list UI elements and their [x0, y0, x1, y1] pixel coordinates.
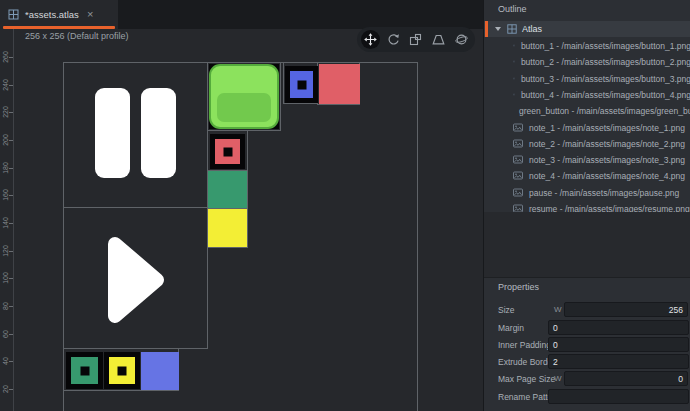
sprite-note-red[interactable]	[210, 134, 245, 169]
sprite-pause-bar-left[interactable]	[95, 88, 130, 178]
outline-item-pause[interactable]: pause - /main/assets/images/pause.png	[484, 185, 690, 200]
max-page-size-label: Max Page Size	[498, 374, 555, 384]
outline-empty-area	[484, 212, 690, 277]
move-tool-icon[interactable]	[361, 30, 380, 49]
region-pause	[63, 62, 208, 208]
panel-divider	[484, 277, 690, 278]
tab-bar: *assets.atlas ×	[0, 0, 483, 29]
outline-item-button-4[interactable]: button_4 - /main/assets/images/button_4.…	[484, 87, 690, 102]
sprite-resume-triangle[interactable]	[95, 222, 180, 337]
scale-tool-icon[interactable]	[406, 30, 425, 49]
outline-item-note-1[interactable]: note_1 - /main/assets/images/note_1.png	[484, 120, 690, 135]
image-icon	[513, 188, 523, 197]
outline-root-label: Atlas	[522, 24, 542, 34]
inner-padding-input[interactable]: 0	[548, 337, 689, 352]
tab-close-icon[interactable]: ×	[87, 9, 93, 20]
atlas-size-label: 256 x 256 (Default profile)	[25, 31, 129, 41]
outline-header: Outline	[498, 4, 527, 14]
outline-item-note-2[interactable]: note_2 - /main/assets/images/note_2.png	[484, 136, 690, 151]
properties-header: Properties	[498, 282, 539, 292]
image-icon	[513, 57, 515, 66]
outline-item-note-3[interactable]: note_3 - /main/assets/images/note_3.png	[484, 152, 690, 167]
selection-indicator	[485, 21, 488, 37]
image-icon	[513, 90, 515, 99]
tab-title: *assets.atlas	[25, 9, 79, 20]
max-page-axis-w: W	[554, 374, 562, 383]
orbit-camera-icon[interactable]	[452, 30, 471, 49]
extrude-borders-input[interactable]: 2	[548, 354, 689, 369]
note-hole	[223, 147, 232, 156]
image-icon	[513, 171, 523, 180]
green-button-face	[217, 93, 271, 122]
vertical-ruler: 260 240 220 200 180 160 140 120 100 80 6…	[0, 29, 14, 411]
inner-padding-label: Inner Padding	[498, 340, 551, 350]
right-panel: Outline Atlas button_1 - /main/assets/im…	[483, 0, 690, 411]
sprite-button-yellow[interactable]	[208, 209, 247, 247]
image-icon	[513, 139, 523, 148]
image-icon	[513, 155, 523, 164]
image-icon	[513, 41, 515, 50]
size-axis-w: W	[554, 305, 562, 314]
outline-item-green-button[interactable]: green_button - /main/assets/images/green…	[484, 103, 690, 118]
sprite-note-blue[interactable]	[285, 66, 318, 103]
outline-item-button-1[interactable]: button_1 - /main/assets/images/button_1.…	[484, 38, 690, 53]
rotate-tool-icon[interactable]	[384, 30, 403, 49]
scene-toolbar	[357, 27, 475, 52]
outline-item-button-2[interactable]: button_2 - /main/assets/images/button_2.…	[484, 54, 690, 69]
outline-root-atlas[interactable]: Atlas	[484, 21, 690, 37]
size-w-input[interactable]: 256	[564, 302, 688, 317]
note-hole	[297, 80, 306, 89]
margin-label: Margin	[498, 323, 524, 333]
outline-item-button-3[interactable]: button_3 - /main/assets/images/button_3.…	[484, 71, 690, 86]
max-page-w-input[interactable]: 0	[564, 371, 688, 386]
tab-assets-atlas[interactable]: *assets.atlas ×	[0, 0, 118, 29]
sprite-button-teal[interactable]	[208, 171, 247, 208]
sprite-note-teal[interactable]	[66, 352, 103, 389]
sprite-button-blue[interactable]	[141, 352, 179, 390]
note-hole	[80, 366, 89, 375]
image-icon	[513, 74, 515, 83]
rename-patterns-input[interactable]	[548, 389, 689, 404]
active-tab-indicator	[3, 26, 115, 29]
perspective-camera-icon[interactable]	[429, 30, 448, 49]
size-label: Size	[498, 305, 515, 315]
outline-item-note-4[interactable]: note_4 - /main/assets/images/note_4.png	[484, 168, 690, 183]
sprite-button-pink[interactable]	[319, 64, 360, 104]
defold-atlas-editor: *assets.atlas × 260 240 220 200 180 160 …	[0, 0, 690, 411]
note-hole	[118, 366, 127, 375]
atlas-node-icon	[507, 24, 517, 34]
atlas-bound-right	[417, 62, 418, 411]
expand-caret-icon[interactable]	[495, 27, 501, 31]
atlas-file-icon	[8, 9, 19, 20]
margin-input[interactable]: 0	[548, 320, 689, 335]
sprite-pause-bar-right[interactable]	[141, 88, 176, 178]
sprite-green-button[interactable]	[209, 64, 279, 129]
image-icon	[513, 123, 523, 132]
sprite-note-yellow[interactable]	[104, 352, 140, 389]
